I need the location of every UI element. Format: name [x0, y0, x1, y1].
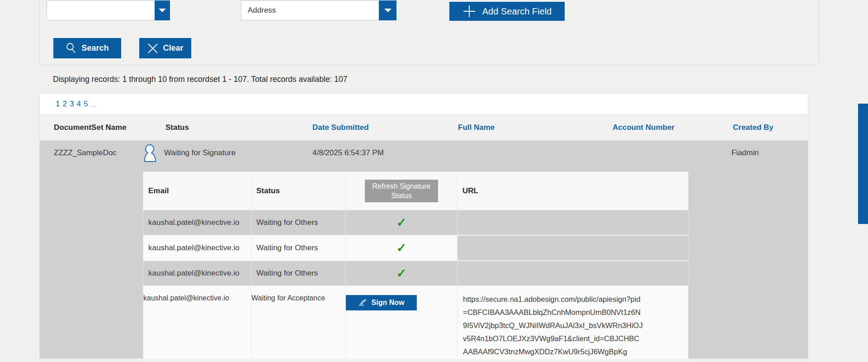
search-field-1 [47, 0, 170, 20]
column-header-created-by[interactable]: Created By [733, 123, 774, 132]
page-link-3[interactable]: 3 [70, 100, 74, 109]
signer-row: kaushal.patel@kinective.io Waiting for O… [143, 236, 688, 261]
chevron-down-icon [384, 9, 392, 13]
clear-button[interactable]: Clear [139, 38, 191, 58]
date-submitted-cell: 4/8/2025 6:54:37 PM [312, 148, 384, 157]
signer-status: Waiting for Others [251, 236, 346, 260]
signing-url[interactable]: https://secure.na1.adobesign.com/public/… [458, 286, 644, 358]
signature-table: Email Status Refresh Signature Status UR… [143, 171, 689, 359]
signature-column-refresh: Refresh Signature Status [346, 172, 458, 210]
page-link-4[interactable]: 4 [76, 100, 80, 109]
table-row: ZZZZ_SampleDoc Waiting for Signature 4/8… [40, 141, 808, 358]
signer-url [458, 210, 688, 235]
search-icon [66, 43, 76, 54]
chevron-down-icon [159, 9, 166, 13]
signature-column-email: Email [143, 172, 251, 210]
signer-status: Waiting for Others [251, 261, 346, 286]
refresh-signature-status-button[interactable]: Refresh Signature Status [365, 180, 438, 202]
page-link-5[interactable]: 5 [84, 100, 88, 109]
search-field-2-dropdown-button[interactable] [379, 0, 396, 20]
signature-column-status: Status [251, 172, 346, 210]
column-header-date-submitted[interactable]: Date Submitted [312, 123, 369, 132]
table-header-row: DocumentSet Name Status Date Submitted F… [40, 115, 808, 141]
signer-url [458, 236, 688, 260]
signer-email: kaushal.patel@kinective.io [143, 236, 251, 260]
signer-url [458, 261, 688, 286]
search-button-label: Search [81, 43, 108, 53]
x-icon [147, 43, 159, 54]
signer-status: Waiting for Others [251, 210, 346, 235]
page-link-1[interactable]: 1 [56, 100, 60, 109]
person-icon [141, 143, 157, 164]
column-header-account-number[interactable]: Account Number [613, 123, 675, 132]
column-header-status: Status [165, 123, 189, 132]
page-link-2[interactable]: 2 [62, 100, 66, 109]
scrollbar-thumb[interactable] [858, 104, 868, 224]
search-panel: Add Search Field Search Clear [39, 0, 819, 65]
signature-table-header: Email Status Refresh Signature Status UR… [143, 172, 688, 210]
sign-now-label: Sign Now [372, 299, 405, 307]
check-icon: ✓ [396, 242, 407, 254]
add-search-field-button[interactable]: Add Search Field [449, 2, 565, 21]
page: Add Search Field Search Clear Displaying… [0, 0, 868, 362]
search-button[interactable]: Search [53, 38, 121, 58]
search-field-1-input[interactable] [47, 0, 155, 20]
search-field-2 [241, 0, 396, 20]
created-by-cell: Fiadmin [731, 148, 759, 157]
plus-icon [462, 5, 476, 18]
results-panel: 1 2 3 4 5 ... DocumentSet Name Status Da… [39, 93, 808, 359]
clear-button-label: Clear [163, 43, 183, 53]
signer-action: Sign Now [346, 286, 458, 359]
quill-icon [359, 299, 368, 306]
documentset-name-cell: ZZZZ_SampleDoc [54, 148, 117, 157]
signer-row: kaushal.patel@kinective.io Waiting for O… [143, 261, 688, 286]
pagination-ellipsis: ... [90, 100, 96, 108]
signer-row: kaushal.patel@kinective.io Waiting for A… [143, 286, 688, 359]
sign-now-button[interactable]: Sign Now [346, 295, 417, 310]
signature-column-url: URL [458, 172, 688, 210]
signer-status: Waiting for Acceptance [251, 286, 346, 359]
column-header-documentset-name: DocumentSet Name [54, 123, 127, 132]
signer-row: kaushal.patel@kinective.io Waiting for O… [143, 210, 688, 236]
signer-email: kaushal.patel@kinective.io [143, 210, 251, 235]
check-icon: ✓ [396, 217, 407, 229]
signer-email: kaushal.patel@kinective.io [143, 286, 251, 359]
search-field-1-dropdown-button[interactable] [155, 0, 170, 20]
records-summary: Displaying records: 1 through 10 from re… [53, 74, 347, 85]
pagination: 1 2 3 4 5 ... [40, 94, 808, 115]
signer-email: kaushal.patel@kinective.io [143, 261, 251, 286]
status-cell: Waiting for Signature [164, 148, 236, 157]
search-field-2-input[interactable] [241, 0, 379, 20]
column-header-full-name[interactable]: Full Name [458, 123, 495, 132]
add-search-field-label: Add Search Field [482, 6, 552, 17]
check-icon: ✓ [396, 267, 407, 280]
signer-url: https://secure.na1.adobesign.com/public/… [458, 286, 688, 359]
